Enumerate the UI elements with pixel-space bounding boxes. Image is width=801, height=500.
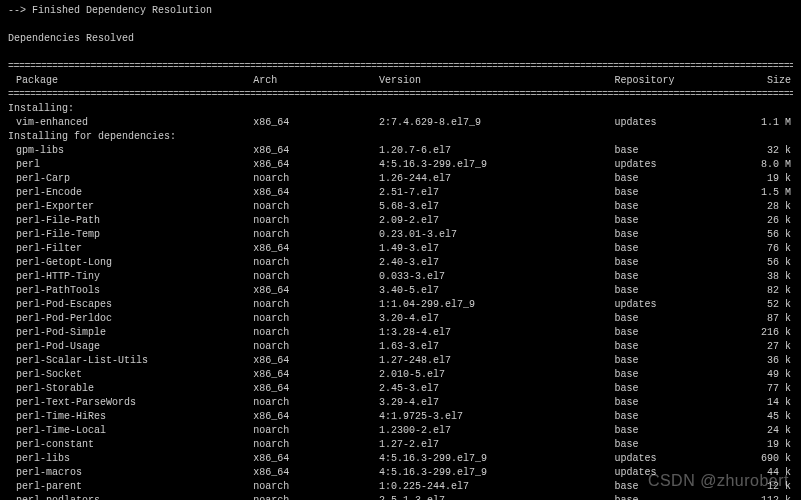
pkg-arch: noarch bbox=[251, 340, 377, 354]
pkg-name: perl-Getopt-Long bbox=[8, 256, 251, 270]
pkg-version: 4:5.16.3-299.el7_9 bbox=[377, 452, 613, 466]
pkg-version: 1:0.225-244.el7 bbox=[377, 480, 613, 494]
table-row: perl-HTTP-Tinynoarch0.033-3.el7base38 k bbox=[8, 270, 793, 284]
table-row: perl-Scalar-List-Utilsx86_641.27-248.el7… bbox=[8, 354, 793, 368]
pkg-name: perl-Pod-Usage bbox=[8, 340, 251, 354]
pkg-name: perl-Text-ParseWords bbox=[8, 396, 251, 410]
pkg-version: 1:3.28-4.el7 bbox=[377, 326, 613, 340]
pkg-arch: x86_64 bbox=[251, 284, 377, 298]
main-pkg-table: vim-enhanced x86_64 2:7.4.629-8.el7_9 up… bbox=[8, 116, 793, 130]
pkg-repo: base bbox=[612, 242, 722, 256]
pkg-size: 82 k bbox=[722, 284, 793, 298]
pkg-arch: noarch bbox=[251, 438, 377, 452]
table-header-row: Package Arch Version Repository Size bbox=[8, 74, 793, 88]
pkg-repo: base bbox=[612, 438, 722, 452]
pkg-name: perl-Pod-Escapes bbox=[8, 298, 251, 312]
section-installing-deps: Installing for dependencies: bbox=[8, 130, 793, 144]
pkg-arch: noarch bbox=[251, 200, 377, 214]
pkg-version: 2.09-2.el7 bbox=[377, 214, 613, 228]
pkg-version: 1.2300-2.el7 bbox=[377, 424, 613, 438]
table-row: perl-podlatorsnoarch2.5.1-3.el7base112 k bbox=[8, 494, 793, 500]
pkg-repo: base bbox=[612, 382, 722, 396]
pkg-repo: updates bbox=[612, 158, 722, 172]
table-row: perlx86_644:5.16.3-299.el7_9updates8.0 M bbox=[8, 158, 793, 172]
pkg-arch: noarch bbox=[251, 270, 377, 284]
pkg-version: 1.26-244.el7 bbox=[377, 172, 613, 186]
pkg-size: 112 k bbox=[722, 494, 793, 500]
pkg-repo: base bbox=[612, 186, 722, 200]
pkg-arch: noarch bbox=[251, 312, 377, 326]
col-package: Package bbox=[8, 74, 251, 88]
pkg-version: 0.23.01-3.el7 bbox=[377, 228, 613, 242]
pkg-repo: base bbox=[612, 396, 722, 410]
pkg-version: 4:5.16.3-299.el7_9 bbox=[377, 158, 613, 172]
pkg-size: 77 k bbox=[722, 382, 793, 396]
pkg-name: perl-podlators bbox=[8, 494, 251, 500]
pkg-repo: base bbox=[612, 214, 722, 228]
pkg-arch: noarch bbox=[251, 396, 377, 410]
pkg-size: 49 k bbox=[722, 368, 793, 382]
pkg-size: 38 k bbox=[722, 270, 793, 284]
pkg-arch: noarch bbox=[251, 256, 377, 270]
pkg-version: 1:1.04-299.el7_9 bbox=[377, 298, 613, 312]
table-row: perl-Socketx86_642.010-5.el7base49 k bbox=[8, 368, 793, 382]
pkg-size: 14 k bbox=[722, 396, 793, 410]
watermark: CSDN @zhurobert bbox=[648, 470, 789, 492]
pkg-version: 4:1.9725-3.el7 bbox=[377, 410, 613, 424]
pkg-arch: x86_64 bbox=[251, 368, 377, 382]
pkg-size: 56 k bbox=[722, 228, 793, 242]
pkg-size: 19 k bbox=[722, 172, 793, 186]
pkg-version: 5.68-3.el7 bbox=[377, 200, 613, 214]
pkg-name: perl bbox=[8, 158, 251, 172]
package-table: Package Arch Version Repository Size bbox=[8, 74, 793, 88]
table-row: perl-Pod-Usagenoarch1.63-3.el7base27 k bbox=[8, 340, 793, 354]
pkg-arch: x86_64 bbox=[251, 410, 377, 424]
pkg-size: 1.1 M bbox=[722, 116, 793, 130]
pkg-arch: x86_64 bbox=[251, 158, 377, 172]
pkg-repo: updates bbox=[612, 116, 722, 130]
table-row: perl-constantnoarch1.27-2.el7base19 k bbox=[8, 438, 793, 452]
pkg-version: 2.45-3.el7 bbox=[377, 382, 613, 396]
pkg-name: perl-macros bbox=[8, 466, 251, 480]
pkg-arch: noarch bbox=[251, 214, 377, 228]
pkg-name: perl-PathTools bbox=[8, 284, 251, 298]
pkg-name: perl-libs bbox=[8, 452, 251, 466]
pkg-version: 2.5.1-3.el7 bbox=[377, 494, 613, 500]
pkg-version: 1.49-3.el7 bbox=[377, 242, 613, 256]
pkg-name: perl-Time-HiRes bbox=[8, 410, 251, 424]
table-row: perl-Pod-Simplenoarch1:3.28-4.el7base216… bbox=[8, 326, 793, 340]
pkg-repo: base bbox=[612, 368, 722, 382]
table-row: perl-Getopt-Longnoarch2.40-3.el7base56 k bbox=[8, 256, 793, 270]
pkg-size: 24 k bbox=[722, 424, 793, 438]
deps-table: gpm-libsx86_641.20.7-6.el7base32 kperlx8… bbox=[8, 144, 793, 500]
pkg-arch: x86_64 bbox=[251, 116, 377, 130]
blank-line bbox=[8, 46, 793, 60]
pkg-size: 690 k bbox=[722, 452, 793, 466]
pkg-size: 45 k bbox=[722, 410, 793, 424]
pkg-name: perl-Exporter bbox=[8, 200, 251, 214]
section-installing: Installing: bbox=[8, 102, 793, 116]
pkg-repo: base bbox=[612, 326, 722, 340]
pkg-arch: noarch bbox=[251, 494, 377, 500]
pkg-repo: base bbox=[612, 494, 722, 500]
pkg-arch: noarch bbox=[251, 326, 377, 340]
pkg-version: 2.010-5.el7 bbox=[377, 368, 613, 382]
pkg-arch: noarch bbox=[251, 480, 377, 494]
pkg-arch: noarch bbox=[251, 228, 377, 242]
rule-top: ========================================… bbox=[8, 60, 793, 74]
pkg-version: 2:7.4.629-8.el7_9 bbox=[377, 116, 613, 130]
table-row: vim-enhanced x86_64 2:7.4.629-8.el7_9 up… bbox=[8, 116, 793, 130]
pkg-version: 0.033-3.el7 bbox=[377, 270, 613, 284]
pkg-version: 1.20.7-6.el7 bbox=[377, 144, 613, 158]
pkg-repo: base bbox=[612, 354, 722, 368]
status-finished: --> Finished Dependency Resolution bbox=[8, 4, 793, 18]
pkg-repo: base bbox=[612, 200, 722, 214]
pkg-size: 27 k bbox=[722, 340, 793, 354]
pkg-name: perl-Pod-Simple bbox=[8, 326, 251, 340]
pkg-name: perl-constant bbox=[8, 438, 251, 452]
pkg-version: 4:5.16.3-299.el7_9 bbox=[377, 466, 613, 480]
pkg-arch: x86_64 bbox=[251, 466, 377, 480]
table-row: gpm-libsx86_641.20.7-6.el7base32 k bbox=[8, 144, 793, 158]
table-row: perl-File-Pathnoarch2.09-2.el7base26 k bbox=[8, 214, 793, 228]
pkg-size: 19 k bbox=[722, 438, 793, 452]
